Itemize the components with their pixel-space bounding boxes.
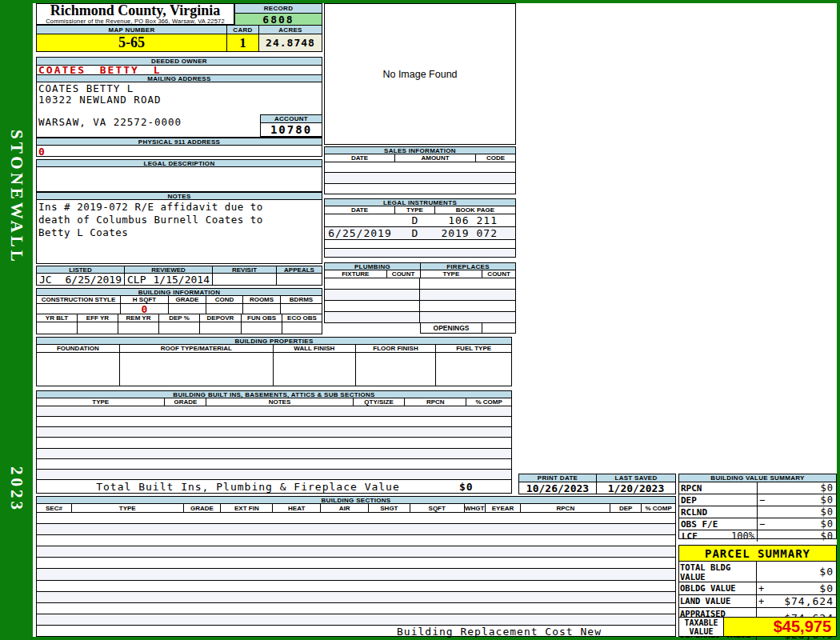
empty-row [325, 162, 515, 173]
card-value: 1 [226, 34, 259, 52]
depovr-header: DEPOVR [200, 314, 242, 322]
acres-value: 24.8748 [258, 34, 322, 52]
bvs-value: $0 [769, 494, 836, 506]
empty-row [37, 406, 511, 417]
plumbing-fireplaces-rows [324, 278, 516, 323]
bvs-value: $0 [769, 530, 836, 542]
empty-row [37, 417, 511, 427]
empty-row [37, 427, 511, 438]
rem-yr-header: REM YR [118, 314, 159, 322]
wall-finish-value [274, 353, 356, 386]
cond-header: COND [206, 296, 243, 303]
empty-row [325, 290, 515, 301]
grade-header: GRADE [169, 296, 206, 303]
taxable-value-row: TAXABLE VALUE $45,975 [678, 617, 837, 637]
empty-row [325, 312, 515, 322]
taxable-value-label: TAXABLE VALUE [679, 618, 724, 636]
grade-value [169, 304, 206, 314]
sales-rows [324, 162, 516, 194]
yr-blt-value [37, 322, 78, 334]
wall-finish-header: WALL FINISH [274, 345, 356, 352]
ps-value: $0 [768, 582, 836, 594]
li-bookpage: 2019 072 [435, 227, 515, 239]
empty-row [325, 240, 515, 249]
ps-label: LAND VALUE [679, 595, 757, 607]
plumbing-cell [325, 312, 420, 322]
fireplace-cell [420, 278, 515, 289]
reviewed-header: REVIEWED [125, 266, 213, 273]
fireplace-cell [420, 312, 515, 322]
built-ins-rows [36, 406, 512, 480]
li-date [325, 214, 395, 226]
bs-type-header: TYPE [72, 504, 184, 512]
bi-type-header: TYPE [37, 398, 165, 406]
reviewed-by: CLP [127, 274, 146, 285]
building-sections-footer-row: Building Replacement Cost New [36, 625, 676, 637]
empty-row [325, 301, 515, 312]
last-saved-value: 1/20/2023 [596, 482, 676, 494]
building-properties-value-row [36, 352, 512, 386]
bs-grade-header: GRADE [184, 504, 222, 512]
bvs-row: DEP −$0 [679, 494, 836, 506]
hsqft-header: H SQFT [121, 296, 169, 303]
legal-instrument-row: D 106 211 [325, 214, 515, 227]
bi-qty-header: QTY/SIZE [354, 398, 406, 406]
mailing-line-1: COATES BETTY L [38, 83, 322, 94]
ps-op: + [757, 596, 768, 607]
shgt-header: SHGT [369, 504, 410, 512]
plumbing-cell [325, 278, 420, 289]
revisit-header: REVISIT [213, 266, 277, 273]
construction-style-value [37, 304, 121, 314]
bvs-label: RCLND [679, 506, 758, 518]
bvs-label-lcf: LCF 100% [679, 530, 758, 542]
bs-dep-header: DEP [610, 504, 642, 512]
listed-header: LISTED [37, 266, 125, 273]
fireplace-cell [420, 301, 515, 311]
foundation-value [37, 353, 120, 386]
empty-row [37, 614, 675, 625]
empty-row [37, 535, 675, 546]
li-bookpage-header: BOOK PAGE [435, 206, 515, 214]
property-record-card: STONEWALL 2023 Richmond County, Virginia… [0, 0, 840, 640]
reviewed-value: CLP 1/15/2014 [125, 274, 213, 285]
plumbing-count-header: COUNT [387, 270, 421, 278]
eco-obs-value [282, 322, 322, 334]
photo-placeholder: No Image Found [324, 3, 516, 145]
empty-row [37, 569, 675, 580]
bdrms-value [281, 304, 322, 314]
bvs-op: − [758, 494, 769, 506]
revisit-value [213, 274, 277, 285]
ps-value-cell: $0 [757, 562, 836, 582]
fun-obs-value [242, 322, 282, 334]
empty-row [37, 513, 675, 524]
yr-blt-header: YR BLT [37, 314, 78, 322]
building-info-value-row-2 [36, 322, 322, 334]
review-value-row: JC 6/25/2019 CLP 1/15/2014 [36, 273, 322, 286]
ps-label: TOTAL BLDG VALUE [679, 562, 757, 582]
account-value: 10780 [260, 122, 322, 137]
bvs-value: $0 [769, 518, 836, 530]
county-title-block: Richmond County, Virginia Commissioner o… [36, 3, 234, 25]
fireplace-cell [420, 290, 515, 300]
li-date: 6/25/2019 [325, 227, 395, 239]
floor-finish-value [356, 353, 437, 386]
cond-value [206, 304, 243, 314]
bvs-lcf-pct: 100% [731, 530, 754, 542]
sales-code-header: CODE [476, 154, 515, 162]
bs-comp-header: % COMP [642, 504, 675, 512]
heat-header: HEAT [273, 504, 321, 512]
ext-fin-header: EXT FIN [221, 504, 273, 512]
empty-row [325, 173, 515, 183]
ps-row: LAND VALUE +$74,624 [679, 595, 836, 608]
print-date-value: 10/26/2023 [518, 482, 597, 494]
bvs-op: − [758, 518, 769, 530]
hsqft-value: 0 [121, 304, 169, 314]
foundation-header: FOUNDATION [37, 345, 120, 352]
bvs-label: DEP [679, 494, 758, 506]
empty-row [37, 438, 511, 448]
taxable-value-amount: $45,975 [724, 618, 836, 636]
legal-instrument-row: 6/25/2019 D 2019 072 [325, 227, 515, 240]
plumbing-cell [325, 301, 420, 311]
parcel-summary-header: PARCEL SUMMARY [678, 545, 837, 562]
bi-comp-header: % COMP [466, 398, 511, 406]
